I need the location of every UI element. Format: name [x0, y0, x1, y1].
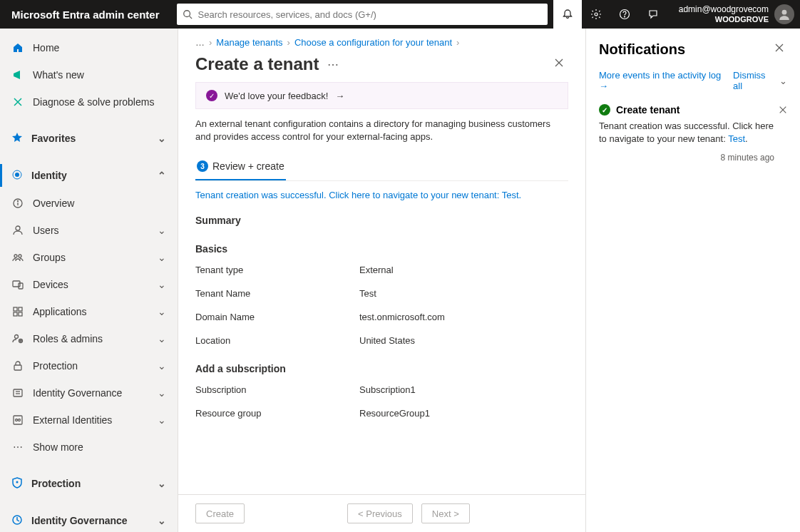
- nav-devices-label: Devices: [33, 279, 68, 290]
- external-icon: [11, 414, 24, 426]
- nav-home-label: Home: [33, 42, 59, 53]
- governance-section-icon: [11, 514, 23, 528]
- success-tenant-link[interactable]: Test: [502, 190, 519, 200]
- feedback-banner[interactable]: ✓ We'd love your feedback! →: [195, 82, 568, 109]
- nav-favorites-label: Favorites: [31, 133, 76, 144]
- notifications-icon[interactable]: [553, 0, 582, 29]
- close-notifications-icon[interactable]: [771, 40, 787, 58]
- success-check-icon: ✓: [599, 104, 610, 116]
- nav-external[interactable]: External Identities ⌄: [0, 406, 178, 434]
- tab-review-create[interactable]: 3 Review + create: [195, 155, 286, 180]
- chevron-right-icon: ›: [456, 37, 459, 48]
- chevron-down-icon: ⌄: [158, 133, 166, 144]
- svg-rect-17: [19, 307, 22, 311]
- help-icon[interactable]: [610, 0, 639, 29]
- value-tenant-type: External: [359, 265, 394, 275]
- row-domain-name: Domain Name test.onmicrosoft.com: [195, 312, 568, 322]
- svg-point-20: [15, 335, 19, 339]
- create-button[interactable]: Create: [195, 503, 245, 523]
- notifications-panel: Notifications More events in the activit…: [586, 29, 800, 532]
- notification-body-suffix: .: [745, 133, 748, 144]
- breadcrumb-choose-config[interactable]: Choose a configuration for your tenant: [294, 37, 452, 48]
- nav-groups[interactable]: Groups ⌄: [0, 244, 178, 271]
- dismiss-notification-icon[interactable]: [779, 104, 787, 117]
- nav-external-label: External Identities: [33, 414, 112, 426]
- nav-identity[interactable]: Identity ⌃: [0, 161, 178, 190]
- nav-applications[interactable]: Applications ⌄: [0, 298, 178, 325]
- svg-rect-18: [14, 312, 17, 316]
- close-blade-icon[interactable]: [550, 53, 568, 75]
- nav-roles[interactable]: Roles & admins ⌄: [0, 325, 178, 352]
- chevron-down-icon: ⌄: [158, 252, 166, 263]
- nav-whats-new[interactable]: What's new: [0, 61, 178, 88]
- shield-icon: [11, 477, 23, 491]
- row-tenant-name: Tenant Name Test: [195, 288, 568, 299]
- megaphone-icon: [11, 69, 24, 81]
- chevron-down-icon: ⌄: [158, 225, 166, 236]
- subscription-heading: Add a subscription: [195, 363, 568, 374]
- tab-label: Review + create: [212, 160, 284, 172]
- svg-rect-16: [14, 307, 17, 311]
- row-subscription: Subscription Subscription1: [195, 384, 568, 395]
- scroll-area[interactable]: ✓ We'd love your feedback! → An external…: [178, 82, 585, 494]
- nav-diagnose[interactable]: Diagnose & solve problems: [0, 88, 178, 116]
- dismiss-all-link[interactable]: Dismiss all: [733, 70, 776, 91]
- value-location: United States: [359, 335, 415, 346]
- next-button[interactable]: Next >: [421, 503, 470, 523]
- label-subscription: Subscription: [195, 384, 359, 395]
- nav-users[interactable]: Users ⌄: [0, 217, 178, 244]
- nav-governance[interactable]: Identity Governance ⌄: [0, 506, 178, 532]
- notification-time: 8 minutes ago: [599, 153, 774, 163]
- activity-log-link[interactable]: More events in the activity log →: [599, 70, 730, 91]
- breadcrumb-more[interactable]: …: [195, 37, 205, 48]
- chevron-right-icon: ›: [209, 37, 212, 48]
- home-icon: [11, 42, 24, 53]
- notifications-title: Notifications: [599, 41, 685, 58]
- nav-favorites[interactable]: Favorites ⌄: [0, 124, 178, 153]
- user-block[interactable]: admin@woodgrovecom WOODGROVE: [667, 4, 800, 24]
- nav-show-more[interactable]: ⋯ Show more: [0, 434, 178, 461]
- nav-protection-sub[interactable]: Protection ⌄: [0, 352, 178, 379]
- breadcrumb-manage-tenants[interactable]: Manage tenants: [216, 37, 282, 48]
- chevron-down-icon: ⌄: [158, 387, 166, 399]
- nav-groups-label: Groups: [33, 252, 66, 263]
- feedback-badge-icon: ✓: [206, 90, 217, 101]
- page-description: An external tenant configuration contain…: [195, 118, 568, 143]
- svg-point-12: [14, 255, 17, 257]
- nav-governance-sub[interactable]: Identity Governance ⌄: [0, 379, 178, 406]
- nav-devices[interactable]: Devices ⌄: [0, 271, 178, 298]
- notification-item-title: Create tenant: [616, 104, 680, 116]
- chevron-right-icon: ›: [287, 37, 290, 48]
- nav-protection[interactable]: Protection ⌄: [0, 469, 178, 498]
- svg-point-6: [15, 173, 19, 177]
- svg-point-29: [16, 481, 19, 483]
- nav-home[interactable]: Home: [0, 34, 178, 61]
- notifications-header: Notifications: [599, 40, 787, 58]
- top-icons: [553, 0, 667, 29]
- nav-overview[interactable]: Overview: [0, 190, 178, 217]
- page-title-more-icon[interactable]: ⋯: [327, 58, 339, 71]
- nav-governance-label: Identity Governance: [31, 515, 128, 526]
- search-input[interactable]: [198, 9, 542, 20]
- search-box[interactable]: [177, 4, 548, 25]
- settings-icon[interactable]: [582, 0, 610, 29]
- devices-icon: [11, 279, 24, 290]
- notification-item-head: ✓ Create tenant: [599, 104, 774, 116]
- success-prefix: Tenant creation was successful. Click he…: [195, 190, 502, 200]
- label-tenant-name: Tenant Name: [195, 288, 359, 299]
- row-location: Location United States: [195, 335, 568, 346]
- svg-line-1: [189, 16, 192, 19]
- chevron-down-icon[interactable]: ⌄: [779, 76, 787, 86]
- user-org: WOODGROVE: [679, 15, 769, 24]
- previous-button[interactable]: < Previous: [347, 503, 413, 523]
- notification-tenant-link[interactable]: Test: [728, 133, 745, 144]
- feedback-icon[interactable]: [639, 0, 667, 29]
- people-icon: [11, 252, 24, 263]
- breadcrumbs: … › Manage tenants › Choose a configurat…: [178, 29, 585, 51]
- apps-icon: [11, 306, 24, 317]
- avatar: [774, 4, 794, 24]
- svg-rect-22: [14, 365, 21, 370]
- diagnose-icon: [11, 96, 24, 108]
- chevron-down-icon: ⌄: [158, 478, 166, 489]
- svg-point-4: [624, 16, 625, 17]
